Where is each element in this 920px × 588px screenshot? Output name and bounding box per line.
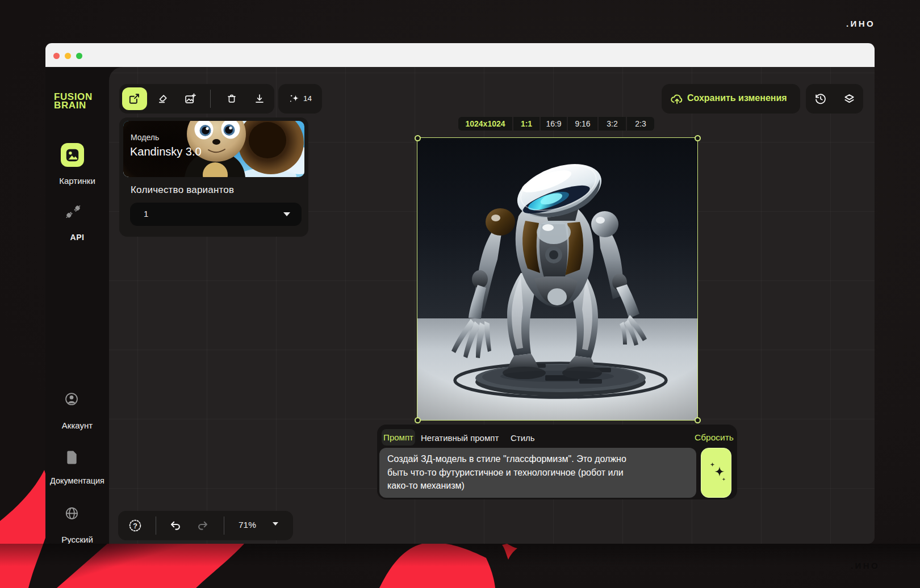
svg-text:?: ? <box>133 522 137 530</box>
